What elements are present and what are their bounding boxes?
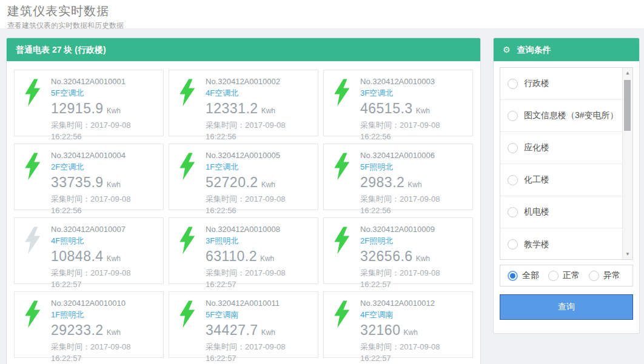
meter-location[interactable]: 4F空调南: [360, 309, 440, 320]
building-option[interactable]: 应化楼: [500, 132, 622, 164]
building-option[interactable]: 机电楼: [500, 196, 622, 228]
meter-number: No.320412A0010011: [206, 298, 286, 309]
meter-location[interactable]: 4F照明北: [51, 236, 131, 247]
meter-reading-unit: Kwh: [107, 254, 121, 263]
meter-number: No.320412A0010003: [360, 76, 440, 87]
status-filter-group: 全部正常异常: [500, 265, 633, 286]
meter-number: No.320412A0010002: [206, 76, 286, 87]
meter-number: No.320412A0010012: [360, 298, 440, 309]
meter-reading-value: 12915.9: [51, 101, 104, 116]
meter-location[interactable]: 1F空调北: [206, 162, 286, 173]
scrollbar[interactable]: ▲ ▼: [622, 68, 632, 259]
building-label: 化工楼: [524, 174, 549, 185]
status-option[interactable]: 异常: [589, 270, 620, 281]
status-option[interactable]: 全部: [508, 270, 539, 281]
meter-reading-value: 33735.9: [51, 174, 104, 190]
page-header: 建筑仪表实时数据 查看建筑仪表的实时数据和历史数据: [0, 0, 644, 29]
cards-grid: No.320412A00100015F空调北12915.9Kwh采集时间：201…: [7, 61, 480, 364]
collect-time: 采集时间：2017-09-0816:22:56: [360, 119, 440, 143]
meter-number: No.320412A0010007: [51, 224, 131, 235]
query-panel: ⚙ 查询条件 行政楼图文信息楼（3#变电所）应化楼化工楼机电楼教学楼 ▲ ▼ 全…: [493, 38, 640, 334]
radio-icon[interactable]: [508, 143, 518, 153]
meter-reading-value: 12331.2: [206, 101, 258, 116]
query-panel-header: ⚙ 查询条件: [494, 38, 639, 61]
meter-reading-value: 32160: [360, 322, 400, 338]
meter-reading-unit: Kwh: [416, 254, 430, 263]
meter-number: No.320412A0010006: [360, 150, 440, 161]
lightning-bolt-icon: [24, 153, 42, 180]
lightning-bolt-icon: [334, 79, 352, 107]
meters-panel-header: 普通电表 27 块 (行政楼): [7, 38, 480, 61]
meter-reading: 12915.9Kwh: [51, 101, 131, 117]
meter-card-body: No.320412A00100042F空调北33735.9Kwh采集时间：201…: [51, 150, 131, 204]
building-label: 应化楼: [524, 142, 549, 153]
meter-card-body: No.320412A00100015F空调北12915.9Kwh采集时间：201…: [51, 76, 131, 130]
meter-location[interactable]: 3F空调北: [360, 88, 440, 99]
meters-panel: 普通电表 27 块 (行政楼) No.320412A00100015F空调北12…: [6, 38, 481, 364]
meter-reading: 46515.3Kwh: [360, 101, 440, 117]
meter-card-body: No.320412A00100074F照明北10848.4Kwh采集时间：201…: [51, 224, 131, 277]
collect-time: 采集时间：2017-09-0816:22:56: [206, 193, 286, 217]
meter-reading: 12331.2Kwh: [206, 101, 286, 117]
collect-time: 采集时间：2017-09-0816:22:57: [360, 267, 440, 291]
meter-location[interactable]: 5F空调北: [51, 88, 131, 99]
radio-icon[interactable]: [589, 271, 599, 281]
status-option[interactable]: 正常: [548, 270, 580, 281]
meter-location[interactable]: 2F照明北: [360, 236, 440, 247]
query-panel-body: 行政楼图文信息楼（3#变电所）应化楼化工楼机电楼教学楼 ▲ ▼ 全部正常异常 查…: [494, 61, 639, 333]
meter-location[interactable]: 4F空调北: [206, 88, 286, 99]
meter-reading: 32160Kwh: [360, 322, 440, 339]
lightning-bolt-icon: [179, 153, 197, 180]
radio-icon[interactable]: [508, 271, 518, 281]
meter-card: No.320412A00100033F空调北46515.3Kwh采集时间：201…: [323, 70, 473, 136]
building-option[interactable]: 图文信息楼（3#变电所）: [500, 100, 622, 132]
lightning-bolt-icon: [334, 227, 352, 254]
query-panel-title: 查询条件: [517, 45, 551, 55]
collect-time: 采集时间：2017-09-0816:22:57: [206, 267, 286, 291]
meter-location[interactable]: 5F空调南: [206, 309, 286, 320]
collect-time: 采集时间：2017-09-0816:22:57: [51, 341, 131, 364]
building-label: 教学楼: [524, 239, 549, 250]
meter-number: No.320412A0010001: [51, 76, 131, 87]
meter-reading-value: 2983.2: [360, 174, 404, 190]
building-option[interactable]: 教学楼: [500, 228, 622, 260]
meter-card: No.320412A00100074F照明北10848.4Kwh采集时间：201…: [14, 217, 164, 284]
radio-icon[interactable]: [508, 111, 518, 121]
radio-icon[interactable]: [508, 79, 518, 89]
meter-card: No.320412A00100065F照明北2983.2Kwh采集时间：2017…: [323, 144, 473, 210]
building-list: 行政楼图文信息楼（3#变电所）应化楼化工楼机电楼教学楼 ▲ ▼: [500, 67, 633, 260]
meter-location[interactable]: 3F照明北: [206, 236, 286, 247]
building-option[interactable]: 行政楼: [500, 68, 622, 100]
scrollbar-thumb[interactable]: [624, 80, 631, 131]
radio-icon[interactable]: [508, 239, 518, 250]
lightning-bolt-icon: [24, 300, 42, 328]
meter-number: No.320412A0010009: [360, 224, 440, 235]
meter-card: No.320412A00100124F空调南32160Kwh采集时间：2017-…: [323, 291, 473, 358]
content-area: 普通电表 27 块 (行政楼) No.320412A00100015F空调北12…: [0, 29, 644, 364]
query-button[interactable]: 查询: [500, 294, 633, 320]
meter-card: No.320412A00100015F空调北12915.9Kwh采集时间：201…: [14, 70, 164, 136]
building-list-rows: 行政楼图文信息楼（3#变电所）应化楼化工楼机电楼教学楼: [500, 68, 622, 260]
radio-icon[interactable]: [508, 207, 518, 217]
meter-location[interactable]: 1F照明北: [51, 309, 131, 320]
meter-card: No.320412A00100042F空调北33735.9Kwh采集时间：201…: [14, 144, 164, 210]
scroll-down-icon[interactable]: ▼: [623, 249, 632, 259]
collect-time: 采集时间：2017-09-0816:22:56: [51, 193, 131, 217]
meter-card-body: No.320412A00100065F照明北2983.2Kwh采集时间：2017…: [360, 150, 440, 204]
meter-reading: 2983.2Kwh: [360, 174, 440, 191]
meter-reading-unit: Kwh: [261, 107, 275, 115]
meter-reading: 52720.2Kwh: [206, 174, 286, 191]
radio-icon[interactable]: [548, 271, 558, 281]
meter-card-body: No.320412A00100124F空调南32160Kwh采集时间：2017-…: [360, 298, 440, 351]
building-label: 行政楼: [524, 78, 549, 89]
meter-card: No.320412A00100115F空调南34427.7Kwh采集时间：201…: [169, 291, 318, 358]
radio-icon[interactable]: [508, 175, 518, 185]
meter-location[interactable]: 5F照明北: [360, 162, 440, 173]
building-option[interactable]: 化工楼: [500, 164, 622, 196]
scroll-up-icon[interactable]: ▲: [623, 68, 632, 78]
meter-reading: 10848.4Kwh: [51, 248, 131, 265]
meter-reading-value: 52720.2: [206, 174, 258, 190]
meters-panel-title: 普通电表 27 块 (行政楼): [16, 45, 106, 55]
lightning-bolt-icon: [24, 79, 42, 107]
meter-location[interactable]: 2F空调北: [51, 162, 131, 173]
